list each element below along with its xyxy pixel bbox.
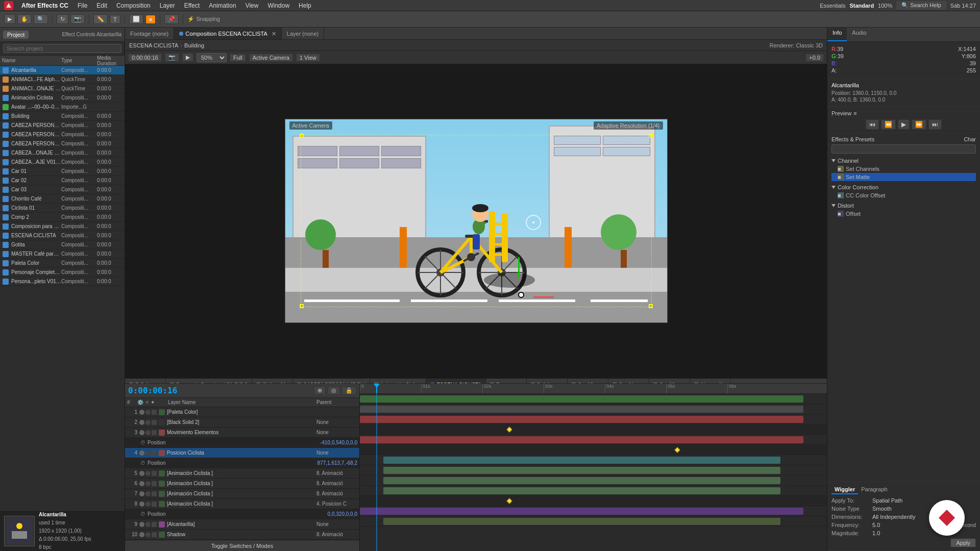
timeline-tab[interactable]: Car 02 [649, 379, 690, 384]
menu-window[interactable]: Window [263, 1, 293, 10]
project-search-input[interactable] [3, 44, 121, 53]
menu-help[interactable]: Help [295, 1, 315, 10]
apply-button[interactable]: Apply [950, 538, 976, 547]
solo-btn[interactable] [145, 410, 151, 415]
visibility-btn[interactable] [139, 522, 144, 527]
offset-item[interactable]: ■ Offset [831, 210, 976, 218]
timeline-track[interactable] [360, 506, 827, 516]
layer-sub-prop[interactable]: ⏱ Position 877,1,613,7,-68,2 [125, 458, 359, 468]
timeline-track[interactable] [360, 394, 827, 404]
project-item[interactable]: Car 02 Compositi... 0:00:0 [0, 176, 125, 185]
timeline-track[interactable] [360, 414, 827, 424]
timeline-layer[interactable]: 10 Shadow 8. Animació [125, 530, 359, 540]
track-bar[interactable] [360, 508, 803, 515]
set-matte-item[interactable]: ■ Set Matte [831, 173, 976, 181]
solo-btn[interactable] [145, 430, 151, 435]
toolbar-puppet[interactable]: 📌 [164, 14, 179, 24]
timeline-track[interactable] [360, 435, 827, 445]
distort-group-header[interactable]: Distort [831, 202, 976, 210]
timeline-tab[interactable]: Building [527, 379, 568, 384]
handle-tl[interactable] [300, 134, 304, 138]
project-tab[interactable]: Project [3, 31, 29, 39]
timeline-track[interactable] [360, 465, 827, 475]
track-bar[interactable] [383, 467, 780, 474]
handle-br[interactable] [649, 304, 653, 308]
paragraph-tab[interactable]: Paragraph [858, 485, 890, 494]
solo-btn[interactable] [145, 481, 151, 486]
timeline-tab[interactable]: Car 01 [608, 379, 649, 384]
keyframe-diamond[interactable] [506, 427, 512, 432]
toolbar-text[interactable]: T [110, 15, 120, 24]
breadcrumb-comp[interactable]: ESCENA CICLISTA [129, 42, 178, 48]
timeline-tab[interactable]: Animación Ciclista [370, 379, 427, 384]
project-item[interactable]: Car 03 Compositi... 0:00:0 [0, 185, 125, 194]
menu-layer[interactable]: Layer [156, 1, 179, 10]
track-bar[interactable] [383, 487, 780, 494]
project-item[interactable]: CABEZA...ONAJE V01B Compositi... 0:00:0 [0, 148, 125, 158]
project-item[interactable]: Avatar ...–00–00–00).jpg Importe...G [0, 103, 125, 112]
project-item[interactable]: Composicion para Loop Compositi... 0:00:… [0, 222, 125, 231]
lock-btn[interactable] [152, 532, 157, 537]
viewer-offset-btn[interactable]: +0.0 [805, 54, 824, 62]
cc-color-offset-item[interactable]: ■ CC Color Offset [831, 191, 976, 199]
timeline-tab[interactable]: Car 03 [568, 379, 608, 384]
menu-app-name[interactable]: After Effects CC [17, 1, 72, 10]
project-item[interactable]: Animación Ciclista Compositi... 0:00:0 [0, 93, 125, 103]
solo-btn[interactable] [145, 522, 151, 527]
layer-sub-prop[interactable]: ⏱ Position -410,0,540,0,0,0 [125, 438, 359, 448]
lock-btn[interactable] [152, 491, 157, 496]
timeline-playhead[interactable] [376, 384, 377, 393]
info-tab[interactable]: Info [827, 28, 847, 41]
prev-play-btn[interactable]: ▶ [898, 119, 910, 130]
project-item[interactable]: Building Compositi... 0:00:0 [0, 112, 125, 121]
layer-sub-prop[interactable]: ⏱ Position 0,0,320,0,0,0 [125, 509, 359, 519]
timeline-layer[interactable]: 7 [Animación Ciclista ] 8. Animació [125, 489, 359, 499]
wiggler-tab[interactable]: Wiggler [831, 485, 858, 494]
visibility-btn[interactable] [139, 532, 144, 537]
menu-composition[interactable]: Composition [112, 1, 155, 10]
project-item[interactable]: Paleta Color Compositi... 0:00:0 [0, 259, 125, 268]
keyframe-diamond[interactable] [675, 447, 680, 453]
project-item[interactable]: Alcantarilla Compositi... 0:00:0 [0, 66, 125, 75]
search-help-label[interactable]: 🔍 Search Help [896, 1, 946, 10]
track-bar[interactable] [360, 406, 803, 413]
breadcrumb-layer[interactable]: Building [184, 42, 204, 48]
timeline-ruler-bar[interactable]: 0 01s 02s 03s 04s 05s 06s [360, 384, 827, 394]
timeline-track[interactable] [360, 486, 827, 496]
project-item[interactable]: CABEZA PERSONAJE V01 Compositi... 0:00:0 [0, 139, 125, 148]
colorcorrection-group-header[interactable]: Color Correction [831, 183, 976, 191]
viewer-quality-btn[interactable]: Full [230, 54, 246, 62]
solo-btn[interactable] [145, 532, 151, 537]
lock-btn[interactable] [152, 522, 157, 527]
timeline-layer[interactable]: 4 Posicion Ciclista None [125, 448, 359, 458]
project-item[interactable]: CABEZA PERSONAJE Cafe Compositi... 0:00:… [0, 130, 125, 139]
track-bar[interactable] [360, 436, 803, 443]
tl-solo-btn[interactable]: ◎ [328, 386, 340, 395]
timeline-layer[interactable]: 5 [Animación Ciclista ] 8. Animació [125, 468, 359, 479]
prev-last-btn[interactable]: ⏭ [928, 119, 942, 130]
solo-btn[interactable] [145, 420, 151, 425]
viewer-preview-btn[interactable]: ▶ [182, 53, 193, 62]
track-bar[interactable] [360, 395, 803, 403]
composition-tab[interactable]: Composition ESCENA CICLISTA ✕ [174, 28, 282, 40]
lock-btn[interactable] [152, 471, 157, 476]
visibility-btn[interactable] [139, 450, 144, 456]
timeline-layer[interactable]: 8 [Animación Ciclista ] 4. Posicion C [125, 499, 359, 509]
solo-btn[interactable] [145, 450, 151, 456]
timeline-tab[interactable]: ESCENA CICLISTA [426, 379, 486, 384]
layer-tab[interactable]: Layer (none) [282, 28, 324, 40]
viewer-zoom-select[interactable]: 50%100%25% [197, 53, 227, 62]
timeline-layer[interactable]: 1 [Paleta Color] [125, 407, 359, 417]
timeline-layer[interactable]: 6 [Animación Ciclista ] 8. Animació [125, 479, 359, 489]
project-item[interactable]: Gotita Compositi... 0:00:0 [0, 240, 125, 249]
solo-btn[interactable] [145, 491, 151, 496]
audio-tab[interactable]: Audio [847, 28, 871, 41]
preview-menu-icon[interactable]: ≡ [853, 110, 856, 116]
keyframe-diamond[interactable] [506, 498, 512, 504]
menu-file[interactable]: File [74, 1, 91, 10]
handle-bl[interactable] [300, 304, 304, 308]
set-channels-item[interactable]: ■ Set Channels [831, 165, 976, 173]
prev-back-btn[interactable]: ⏪ [881, 119, 896, 130]
timeline-tab[interactable]: E Cafe [125, 379, 166, 384]
toolbar-camera[interactable]: 📷 [70, 14, 85, 24]
